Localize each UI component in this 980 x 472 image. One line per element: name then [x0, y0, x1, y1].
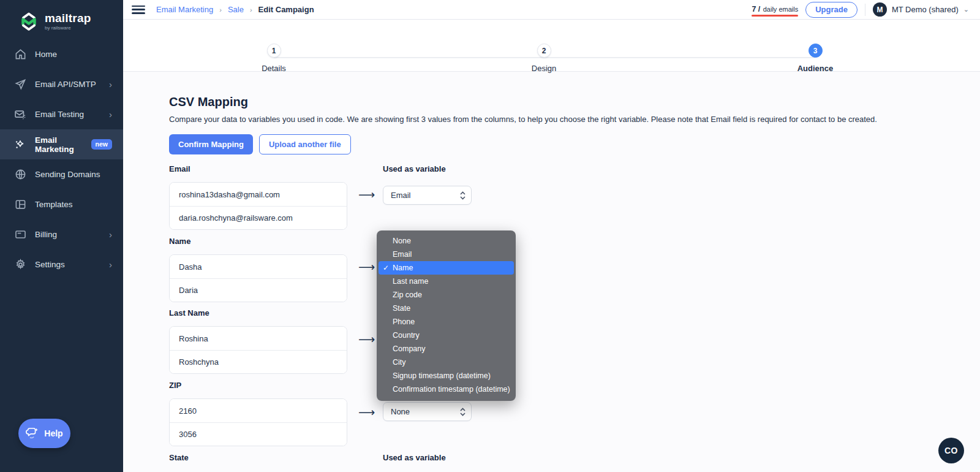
- column-label-last-name: Last Name: [169, 308, 209, 318]
- csv-mapping-page: CSV Mapping Compare your data to variabl…: [123, 72, 980, 472]
- step-label: Design: [507, 64, 581, 73]
- step-label: Details: [237, 64, 311, 73]
- dropdown-option-signup-timestamp[interactable]: ✓Signup timestamp (datetime): [379, 369, 514, 383]
- mapping-arrow-icon: ⟶: [358, 333, 375, 345]
- confirm-mapping-button[interactable]: Confirm Mapping: [169, 134, 253, 154]
- avatar: M: [873, 2, 887, 17]
- credit-card-icon: [13, 228, 27, 242]
- dropdown-option-none[interactable]: ✓None: [379, 234, 514, 248]
- breadcrumb-current: Edit Campaign: [258, 5, 314, 14]
- select-updown-icon: [460, 408, 466, 416]
- home-icon: [13, 48, 27, 61]
- chat-bubble-icon: [26, 427, 39, 440]
- csv-value: Daria: [170, 278, 347, 302]
- dropdown-option-state[interactable]: ✓State: [379, 302, 514, 315]
- sidebar-item-label: Billing: [35, 230, 57, 239]
- step-audience[interactable]: 3 Audience: [778, 44, 852, 73]
- sidebar-item-label: Home: [35, 50, 57, 59]
- variable-select-email[interactable]: Email: [383, 186, 472, 205]
- chevron-right-icon: ›: [109, 230, 112, 239]
- layout-icon: [13, 198, 27, 211]
- column-values-zip: 2160 3056: [169, 398, 347, 446]
- upload-another-file-button[interactable]: Upload another file: [259, 134, 351, 154]
- dropdown-option-last-name[interactable]: ✓Last name: [379, 275, 514, 288]
- sidebar-item-templates[interactable]: Templates: [0, 189, 123, 219]
- mapping-arrow-icon: ⟶: [358, 261, 375, 273]
- dropdown-option-city[interactable]: ✓City: [379, 356, 514, 369]
- sparkles-icon: [13, 138, 27, 151]
- step-label: Audience: [778, 64, 852, 73]
- dropdown-option-email[interactable]: ✓Email: [379, 248, 514, 261]
- hamburger-menu-icon[interactable]: [132, 6, 145, 14]
- csv-value: 2160: [170, 399, 347, 422]
- csv-value: Roshchyna: [170, 350, 347, 373]
- variable-dropdown-menu: ✓None ✓Email ✓Name ✓Last name ✓Zip code …: [377, 230, 516, 401]
- envelope-icon: [13, 108, 27, 121]
- dropdown-option-zip-code[interactable]: ✓Zip code: [379, 288, 514, 302]
- sidebar-nav: Home Email API/SMTP › Email Testing › Em…: [0, 39, 123, 280]
- breadcrumb: Email Marketing › Sale › Edit Campaign: [156, 5, 314, 14]
- mapping-arrow-icon: ⟶: [358, 406, 375, 418]
- brand-name: mailtrap: [45, 12, 91, 24]
- sidebar-item-label: Templates: [35, 200, 73, 209]
- sidebar-item-label: Email Marketing: [35, 135, 78, 154]
- sidebar-item-label: Settings: [35, 260, 65, 269]
- sidebar-item-home[interactable]: Home: [0, 39, 123, 69]
- column-values-email: roshina13dasha@gmail.com daria.roshchyna…: [169, 182, 347, 230]
- chevron-down-icon: ⌄: [963, 6, 969, 13]
- variable-select-zip[interactable]: None: [383, 402, 472, 421]
- account-name: MT Demo (shared): [892, 5, 959, 14]
- chevron-right-icon: ›: [109, 260, 112, 269]
- step-design[interactable]: 2 Design: [507, 44, 581, 73]
- step-number: 3: [809, 44, 823, 58]
- new-badge: new: [91, 139, 112, 150]
- dropdown-option-phone[interactable]: ✓Phone: [379, 315, 514, 329]
- selected-variable: Email: [391, 191, 411, 200]
- select-updown-icon: [460, 191, 466, 200]
- mailtrap-logo-icon: [18, 11, 39, 32]
- step-number: 2: [537, 44, 551, 58]
- breadcrumb-sale[interactable]: Sale: [228, 5, 244, 14]
- brand-byline: by railsware: [45, 25, 91, 31]
- daily-emails-usage: 7 / daily emails: [752, 3, 798, 17]
- dropdown-option-name-selected[interactable]: ✓Name: [379, 261, 514, 275]
- chevron-right-icon: ›: [109, 110, 112, 119]
- csv-value: Roshina: [170, 327, 347, 350]
- upgrade-button[interactable]: Upgrade: [805, 2, 858, 18]
- help-label: Help: [44, 428, 62, 438]
- globe-icon: [13, 168, 27, 181]
- breadcrumb-separator-icon: ›: [219, 6, 222, 13]
- column-values-name: Dasha Daria: [169, 254, 347, 302]
- sidebar-item-email-api-smtp[interactable]: Email API/SMTP ›: [0, 69, 123, 99]
- help-button[interactable]: Help: [18, 419, 70, 448]
- usage-label: daily emails: [763, 6, 798, 13]
- dropdown-option-country[interactable]: ✓Country: [379, 329, 514, 342]
- sidebar-item-email-testing[interactable]: Email Testing ›: [0, 99, 123, 129]
- dropdown-option-confirmation-timestamp[interactable]: ✓Confirmation timestamp (datetime): [379, 383, 514, 396]
- account-menu[interactable]: M MT Demo (shared) ⌄: [873, 2, 969, 17]
- chevron-right-icon: ›: [109, 80, 112, 89]
- floating-co-widget[interactable]: CO: [938, 438, 964, 463]
- sidebar-item-label: Email Testing: [35, 110, 84, 119]
- selected-variable: None: [391, 407, 410, 416]
- check-icon: ✓: [383, 261, 389, 275]
- sidebar-item-settings[interactable]: Settings ›: [0, 249, 123, 280]
- usage-underline: [752, 15, 798, 17]
- usage-count: 7 /: [752, 5, 760, 13]
- step-details[interactable]: 1 Details: [237, 44, 311, 73]
- csv-value: 3056: [170, 422, 347, 446]
- sidebar-item-email-marketing[interactable]: Email Marketing new: [0, 129, 123, 159]
- csv-value: daria.roshchyna@railsware.com: [170, 206, 347, 229]
- breadcrumb-email-marketing[interactable]: Email Marketing: [156, 5, 213, 14]
- sidebar-item-label: Sending Domains: [35, 170, 100, 179]
- used-as-variable-label: Used as variable: [383, 453, 446, 462]
- dropdown-option-company[interactable]: ✓Company: [379, 342, 514, 356]
- header-divider: [865, 4, 865, 16]
- mailtrap-logo[interactable]: mailtrap by railsware: [0, 0, 123, 32]
- sidebar-item-billing[interactable]: Billing ›: [0, 219, 123, 249]
- campaign-stepper: 1 Details 2 Design 3 Audience: [123, 20, 980, 72]
- top-header: Email Marketing › Sale › Edit Campaign 7…: [123, 0, 980, 20]
- sidebar-item-label: Email API/SMTP: [35, 80, 96, 89]
- column-values-last-name: Roshina Roshchyna: [169, 326, 347, 374]
- sidebar-item-sending-domains[interactable]: Sending Domains: [0, 159, 123, 189]
